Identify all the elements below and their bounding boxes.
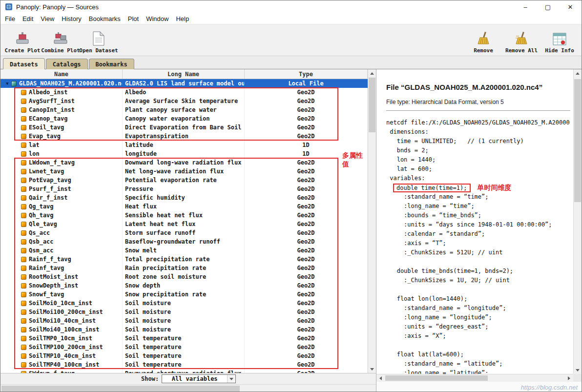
table-row[interactable]: ▼ Qsm_acc Snow melt Geo2D xyxy=(0,246,368,255)
table-row[interactable]: ▼ LWdown_f_tavg Downward long-wave radia… xyxy=(0,158,368,167)
cell-long-name: Albedo xyxy=(123,88,245,97)
table-row[interactable]: ▼ SnowDepth_inst Snow depth Geo2D xyxy=(0,281,368,290)
cell-name: ▼ Rainf_f_tavg xyxy=(0,255,123,264)
table-vscroll-thumb[interactable] xyxy=(369,78,375,132)
table-row[interactable]: ▼ lat latitude 1D xyxy=(0,141,368,149)
variable-icon xyxy=(21,345,26,350)
menu-view[interactable]: View xyxy=(41,15,54,22)
tab-bar: Datasets Catalogs Bookmarks xyxy=(0,56,582,69)
table-row[interactable]: ▼ Qle_tavg Latent heat net flux Geo2D xyxy=(0,220,368,228)
cell-long-name: Downward long-wave radiation flux xyxy=(123,158,245,167)
cell-long-name: Sensible heat net flux xyxy=(123,211,245,220)
table-row[interactable]: ▼ SoilMoi40_100cm_inst Soil moisture Geo… xyxy=(0,325,368,334)
scroll-right-icon[interactable] xyxy=(565,374,573,382)
table-row[interactable]: ▼ Qg_tavg Heat flux Geo2D xyxy=(0,202,368,211)
table-row[interactable]: ▼ PotEvap_tavg Potential evaporation rat… xyxy=(0,176,368,185)
combine-plot-button[interactable]: Combine Plot xyxy=(42,24,80,56)
open-dataset-button[interactable]: Open Dataset xyxy=(80,24,118,56)
cell-long-name: Pressure xyxy=(123,185,245,193)
menu-bookmarks[interactable]: Bookmarks xyxy=(89,15,121,22)
variable-icon xyxy=(21,151,26,157)
cell-type: Geo2D xyxy=(245,105,368,114)
minimize-button[interactable]: – xyxy=(514,0,537,13)
cell-type: Geo2D xyxy=(245,176,368,185)
maximize-button[interactable]: ▢ xyxy=(537,0,559,13)
ncdump-highlight-line: double time(time=1); 单时间维度 xyxy=(386,183,570,192)
cell-type: Geo2D xyxy=(245,246,368,255)
table-row[interactable]: ▼ Rainf_tavg Rain precipitation rate Geo… xyxy=(0,264,368,272)
column-header-name[interactable]: Name xyxy=(0,69,123,79)
menu-edit[interactable]: Edit xyxy=(22,15,33,22)
cell-long-name: Snow precipitation rate xyxy=(123,290,245,299)
table-horizontal-scrollbar[interactable] xyxy=(0,384,376,392)
table-row[interactable]: ▼ Rainf_f_tavg Total precipitation rate … xyxy=(0,255,368,264)
time-dimension-highlight: double time(time=1); xyxy=(393,184,471,192)
scroll-up-icon[interactable] xyxy=(368,69,376,77)
table-row[interactable]: ▼ Albedo_inst Albedo Geo2D xyxy=(0,88,368,97)
chevron-down-icon[interactable] xyxy=(227,375,235,383)
scroll-down-icon[interactable] xyxy=(368,365,376,373)
tab-datasets[interactable]: Datasets xyxy=(3,58,45,69)
variable-icon xyxy=(21,239,26,245)
create-plot-icon xyxy=(15,31,30,46)
info-vertical-scrollbar[interactable] xyxy=(573,69,582,374)
remove-all-button[interactable]: Remove All xyxy=(502,24,540,56)
table-row[interactable]: ▼ GLDAS_NOAH025_M.A200001.020.nc4 GLDAS2… xyxy=(0,79,368,88)
cell-type: Geo2D xyxy=(245,132,368,141)
table-row[interactable]: ▼ ECanop_tavg Canopy water evaporation G… xyxy=(0,114,368,123)
table-row[interactable]: ▼ Psurf_f_inst Pressure Geo2D xyxy=(0,185,368,193)
table-row[interactable]: ▼ Snowf_tavg Snow precipitation rate Geo… xyxy=(0,290,368,299)
table-row[interactable]: ▼ Evap_tavg Evapotranspiration Geo2D xyxy=(0,132,368,141)
menu-history[interactable]: History xyxy=(62,15,81,22)
remove-button[interactable]: Remove xyxy=(464,24,502,56)
table-row[interactable]: ▼ SWdown_f_tavg Downward shortwave radia… xyxy=(0,369,368,373)
table-row[interactable]: ▼ Qsb_acc Baseflow-groundwater runoff Ge… xyxy=(0,237,368,246)
table-row[interactable]: ▼ SoilMoi10_40cm_inst Soil moisture Geo2… xyxy=(0,316,368,325)
column-header-type[interactable]: Type xyxy=(245,69,368,79)
tab-bookmarks[interactable]: Bookmarks xyxy=(89,59,134,69)
table-row[interactable]: ▼ Lwnet_tavg Net long-wave radiation flu… xyxy=(0,167,368,176)
info-vscroll-thumb[interactable] xyxy=(574,79,581,202)
expander-triangle-icon[interactable]: ▼ xyxy=(3,81,11,86)
panoply-window: { "titlebar": { "title": "Panoply: Panop… xyxy=(0,0,582,392)
cell-type: 1D xyxy=(245,149,368,158)
table-row[interactable]: ▼ SoilTMP100_200cm_inst Soil temperature… xyxy=(0,343,368,351)
table-row[interactable]: ▼ SoilMoi0_10cm_inst Soil moisture Geo2D xyxy=(0,299,368,308)
cell-long-name: Direct Evaporation from Bare Soil xyxy=(123,123,245,132)
menu-file[interactable]: File xyxy=(5,15,15,22)
info-hscroll-thumb[interactable] xyxy=(385,375,488,381)
table-row[interactable]: ▼ SoilTMP40_100cm_inst Soil temperature … xyxy=(0,360,368,369)
info-file-title: File “GLDAS_NOAH025_M.A200001.020.nc4” xyxy=(386,83,570,91)
table-row[interactable]: ▼ lon longitude 1D xyxy=(0,149,368,158)
cell-name: ▼ PotEvap_tavg xyxy=(0,176,123,185)
cell-long-name: Evapotranspiration xyxy=(123,132,245,141)
cell-long-name: Plant canopy surface water xyxy=(123,105,245,114)
table-row[interactable]: ▼ AvgSurfT_inst Average Surface Skin tem… xyxy=(0,97,368,105)
show-variables-select[interactable]: All variables xyxy=(162,374,236,383)
table-row[interactable]: ▼ RootMoist_inst Root zone soil moisture… xyxy=(0,272,368,281)
table-row[interactable]: ▼ CanopInt_inst Plant canopy surface wat… xyxy=(0,105,368,114)
table-hscroll-thumb[interactable] xyxy=(1,386,240,392)
table-vertical-scrollbar[interactable] xyxy=(368,69,376,373)
menu-help[interactable]: Help xyxy=(176,15,189,22)
variable-icon xyxy=(21,274,26,280)
table-row[interactable]: ▼ Qair_f_inst Specific humidity Geo2D xyxy=(0,193,368,202)
scroll-down-icon[interactable] xyxy=(574,366,582,374)
table-row[interactable]: ▼ SoilTMP10_40cm_inst Soil temperature G… xyxy=(0,351,368,360)
cell-name: ▼ Qs_acc xyxy=(0,228,123,237)
info-horizontal-scrollbar[interactable] xyxy=(376,374,573,382)
scroll-left-icon[interactable] xyxy=(376,374,385,382)
table-row[interactable]: ▼ ESoil_tavg Direct Evaporation from Bar… xyxy=(0,123,368,132)
column-header-long-name[interactable]: Long Name xyxy=(123,69,245,79)
menu-plot[interactable]: Plot xyxy=(128,15,139,22)
table-row[interactable]: ▼ SoilTMP0_10cm_inst Soil temperature Ge… xyxy=(0,334,368,343)
scroll-up-icon[interactable] xyxy=(574,69,582,77)
create-plot-button[interactable]: Create Plot xyxy=(3,24,42,56)
tab-catalogs[interactable]: Catalogs xyxy=(46,59,88,69)
table-row[interactable]: ▼ SoilMoi100_200cm_inst Soil moisture Ge… xyxy=(0,308,368,316)
table-row[interactable]: ▼ Qh_tavg Sensible heat net flux Geo2D xyxy=(0,211,368,220)
menu-window[interactable]: Window xyxy=(146,15,168,22)
hide-info-button[interactable]: Hide Info xyxy=(540,24,579,56)
close-button[interactable]: ✕ xyxy=(559,0,582,13)
table-row[interactable]: ▼ Qs_acc Storm surface runoff Geo2D xyxy=(0,228,368,237)
